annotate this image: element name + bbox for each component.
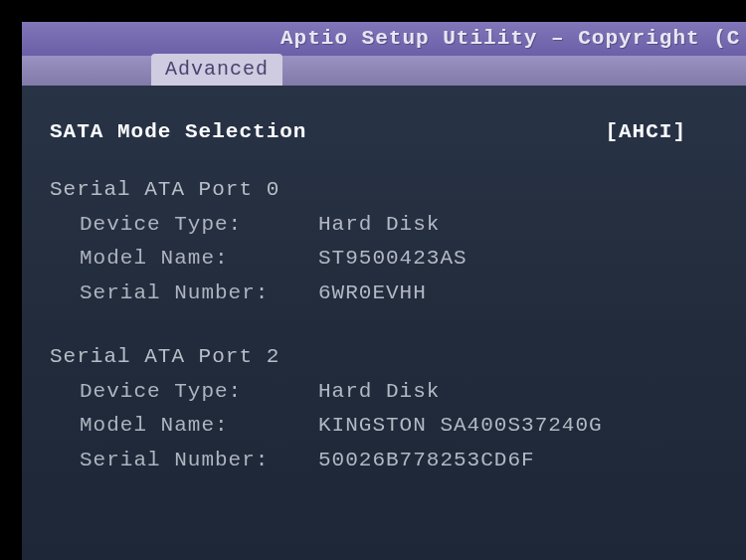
device-type-label: Device Type: (50, 377, 318, 407)
port0-model: ST9500423AS (318, 244, 467, 274)
monitor-bezel: Aptio Setup Utility – Copyright (C Advan… (0, 0, 746, 560)
port2-device-type-row: Device Type: Hard Disk (50, 377, 726, 407)
tab-bar: Advanced (22, 56, 746, 86)
serial-label: Serial Number: (50, 446, 318, 475)
bios-title-bar: Aptio Setup Utility – Copyright (C (22, 22, 746, 56)
port0-title: Serial ATA Port 0 (50, 175, 280, 205)
port2-title: Serial ATA Port 2 (50, 342, 280, 372)
model-label: Model Name: (50, 244, 318, 274)
serial-label: Serial Number: (50, 279, 318, 308)
port2-model: KINGSTON SA400S37240G (318, 411, 603, 441)
port0-model-row: Model Name: ST9500423AS (50, 244, 726, 274)
device-type-label: Device Type: (50, 210, 318, 240)
content-pane: SATA Mode Selection [AHCI] Serial ATA Po… (22, 86, 746, 499)
sata-mode-value: [AHCI] (605, 117, 726, 147)
port0-serial: 6WR0EVHH (318, 279, 427, 308)
model-label: Model Name: (50, 411, 318, 441)
port2-serial-row: Serial Number: 50026B778253CD6F (50, 446, 726, 475)
sata-mode-label: SATA Mode Selection (50, 117, 366, 147)
port0-device-type: Hard Disk (318, 210, 440, 240)
port2-header: Serial ATA Port 2 (50, 342, 726, 372)
port0-header: Serial ATA Port 0 (50, 175, 726, 205)
port0-serial-row: Serial Number: 6WR0EVHH (50, 279, 726, 308)
port2-model-row: Model Name: KINGSTON SA400S37240G (50, 411, 726, 441)
spacer (50, 312, 726, 332)
bios-screen: Aptio Setup Utility – Copyright (C Advan… (22, 22, 746, 560)
bios-title: Aptio Setup Utility – Copyright (C (280, 27, 740, 50)
sata-mode-row[interactable]: SATA Mode Selection [AHCI] (50, 117, 726, 147)
port2-serial: 50026B778253CD6F (318, 446, 535, 475)
port0-device-type-row: Device Type: Hard Disk (50, 210, 726, 240)
port2-device-type: Hard Disk (318, 377, 440, 407)
tab-advanced[interactable]: Advanced (151, 54, 282, 86)
